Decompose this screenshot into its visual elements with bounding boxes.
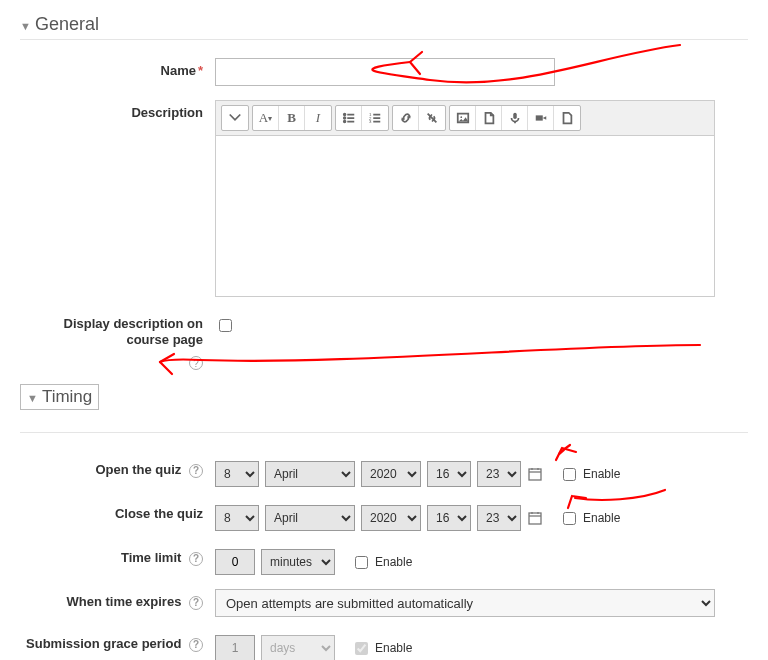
open-month-select[interactable]: April [265,461,355,487]
numbered-list-icon[interactable]: 123 [362,106,388,130]
toolbar-expand-icon[interactable] [222,106,248,130]
svg-rect-15 [513,113,517,119]
row-close-quiz: Close the quiz 8 April 2020 16 23 Enable [20,501,748,531]
svg-point-2 [343,117,345,119]
help-icon[interactable]: ? [189,638,203,652]
label-display-on-course: Display description on course page [20,311,215,349]
close-enable-checkbox[interactable] [563,512,576,525]
row-open-quiz: Open the quiz ? 8 April 2020 16 23 Enabl… [20,457,748,487]
chevron-down-icon: ▼ [27,392,38,404]
svg-rect-18 [529,469,541,480]
row-when-expires: When time expires ? Open attempts are su… [20,589,748,617]
enable-label: Enable [375,555,412,569]
svg-point-0 [343,114,345,116]
grace-value-input[interactable] [215,635,255,660]
file-icon[interactable] [476,106,502,130]
chevron-down-icon: ▼ [20,20,31,32]
video-icon[interactable] [528,106,554,130]
grace-enable-wrap[interactable]: Enable [351,639,412,658]
close-minute-select[interactable]: 23 [477,505,521,531]
section-title-timing: Timing [42,387,92,407]
image-icon[interactable] [450,106,476,130]
svg-point-14 [460,116,462,118]
help-icon[interactable]: ? [189,596,203,610]
help-icon[interactable]: ? [189,356,203,370]
enable-label: Enable [583,467,620,481]
required-marker: * [198,63,203,78]
open-enable-checkbox[interactable] [563,468,576,481]
microphone-icon[interactable] [502,106,528,130]
enable-label: Enable [583,511,620,525]
label-description: Description [20,100,215,121]
description-textarea[interactable] [216,136,714,296]
rich-text-editor: A▾ B I 123 [215,100,715,297]
grace-unit-select[interactable]: days [261,635,335,660]
font-size-icon[interactable]: A▾ [253,106,279,130]
help-icon[interactable]: ? [189,464,203,478]
close-day-select[interactable]: 8 [215,505,259,531]
svg-text:3: 3 [369,119,372,124]
open-enable-wrap[interactable]: Enable [559,465,620,484]
open-minute-select[interactable]: 23 [477,461,521,487]
timelimit-enable-checkbox[interactable] [355,556,368,569]
label-when-expires: When time expires ? [20,589,215,610]
label-open-quiz: Open the quiz ? [20,457,215,478]
when-expires-select[interactable]: Open attempts are submitted automaticall… [215,589,715,617]
grace-enable-checkbox[interactable] [355,642,368,655]
section-title-general: General [35,14,99,35]
label-name: Name* [20,58,215,79]
section-toggle-timing[interactable]: ▼ Timing [20,384,99,410]
display-on-course-checkbox[interactable] [219,319,232,332]
calendar-icon[interactable] [527,466,543,482]
row-display-on-course: Display description on course page [20,311,748,349]
open-hour-select[interactable]: 16 [427,461,471,487]
label-time-limit: Time limit ? [20,545,215,566]
svg-point-4 [343,121,345,123]
row-name: Name* [20,58,748,86]
timelimit-unit-select[interactable]: minutes [261,549,335,575]
italic-icon[interactable]: I [305,106,331,130]
bullet-list-icon[interactable] [336,106,362,130]
timelimit-value-input[interactable] [215,549,255,575]
close-enable-wrap[interactable]: Enable [559,509,620,528]
close-hour-select[interactable]: 16 [427,505,471,531]
close-year-select[interactable]: 2020 [361,505,421,531]
enable-label: Enable [375,641,412,655]
editor-toolbar: A▾ B I 123 [216,101,714,136]
open-year-select[interactable]: 2020 [361,461,421,487]
timelimit-enable-wrap[interactable]: Enable [351,553,412,572]
section-toggle-general[interactable]: ▼ General [20,10,748,40]
help-icon[interactable]: ? [189,552,203,566]
manage-files-icon[interactable] [554,106,580,130]
open-day-select[interactable]: 8 [215,461,259,487]
link-icon[interactable] [393,106,419,130]
close-month-select[interactable]: April [265,505,355,531]
svg-rect-22 [529,513,541,524]
label-close-quiz: Close the quiz [20,501,215,522]
name-input[interactable] [215,58,555,86]
calendar-icon[interactable] [527,510,543,526]
label-grace-period: Submission grace period ? [20,631,215,652]
svg-rect-17 [535,115,542,120]
unlink-icon[interactable] [419,106,445,130]
row-grace-period: Submission grace period ? days Enable [20,631,748,660]
row-time-limit: Time limit ? minutes Enable [20,545,748,575]
bold-icon[interactable]: B [279,106,305,130]
row-description: Description A▾ B I 123 [20,100,748,297]
